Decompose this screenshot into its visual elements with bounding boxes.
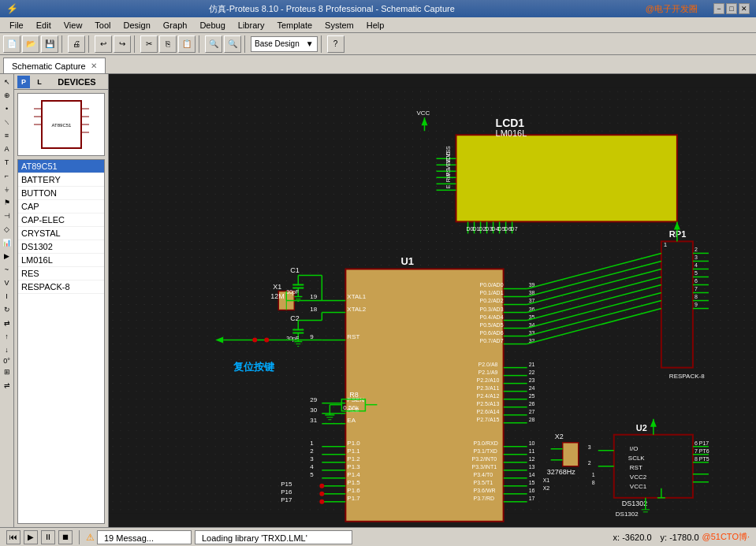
flip-btn[interactable]: ⇌ — [1, 379, 13, 392]
minimize-button[interactable]: − — [713, 3, 724, 14]
warning-icon: ⚠ — [86, 532, 95, 543]
component-item[interactable]: CAP — [18, 200, 104, 214]
component-item[interactable]: BUTTON — [18, 187, 104, 200]
svg-text:14: 14 — [529, 472, 535, 477]
component-item[interactable]: CAP-ELEC — [18, 214, 104, 227]
component-item[interactable]: RES — [18, 267, 104, 280]
toolbar: 📄 📂 💾 🖨 ↩ ↪ ✂ ⎘ 📋 🔍 🔍 Base Design ▼ ? — [0, 33, 756, 55]
component-item[interactable]: LM016L — [18, 254, 104, 267]
svg-text:P2.6/A14: P2.6/A14 — [477, 409, 500, 414]
cut-button[interactable]: ✂ — [140, 35, 158, 53]
text-tool[interactable]: T — [1, 156, 13, 169]
menu-item-system[interactable]: System — [318, 19, 360, 32]
undo-button[interactable]: ↩ — [95, 35, 112, 53]
stop-button[interactable]: ⏹ — [58, 530, 73, 544]
menu-item-graph[interactable]: Graph — [157, 19, 194, 32]
zoom-in-button[interactable]: 🔍 — [205, 35, 222, 53]
svg-text:11: 11 — [529, 448, 535, 454]
menu-item-design[interactable]: Design — [117, 19, 157, 32]
help-button[interactable]: ? — [327, 35, 344, 53]
graph-tool[interactable]: 📊 — [1, 236, 13, 249]
component-item[interactable]: AT89C51 — [18, 160, 104, 173]
svg-point-189 — [264, 338, 269, 343]
component-item[interactable]: DS1302 — [18, 240, 104, 254]
zoom-out-button[interactable]: 🔍 — [224, 35, 241, 53]
canvas-area[interactable]: LCD1 LM016L VSS VDD VEE RS RW E D — [109, 74, 756, 527]
svg-text:P0.7/AD7: P0.7/AD7 — [480, 338, 504, 344]
menu-item-debug[interactable]: Debug — [193, 19, 231, 32]
menu-item-library[interactable]: Library — [232, 19, 271, 32]
new-button[interactable]: 📄 — [3, 35, 20, 53]
svg-text:VCC: VCC — [416, 110, 430, 117]
svg-text:AT89C51: AT89C51 — [51, 123, 72, 128]
port-tool[interactable]: ◇ — [1, 223, 13, 236]
svg-rect-12 — [456, 135, 677, 221]
tab-label: Schematic Capture — [12, 61, 86, 71]
bus-entry-tool[interactable]: ⌐ — [1, 169, 13, 182]
component-list[interactable]: AT89C51BATTERYBUTTONCAPCAP-ELECCRYSTALDS… — [17, 159, 105, 524]
mode-l-button[interactable]: L — [33, 76, 46, 88]
play-button[interactable]: ▶ — [24, 530, 38, 544]
down-tool[interactable]: ↓ — [1, 344, 13, 356]
bus-tool[interactable]: ≡ — [1, 129, 13, 142]
junction-tool[interactable]: • — [1, 102, 13, 115]
paste-button[interactable]: 📋 — [178, 35, 196, 53]
mode-p-button[interactable]: P — [17, 76, 30, 88]
component-tool[interactable]: ⊕ — [1, 89, 13, 102]
play-back-button[interactable]: ⏮ — [6, 530, 20, 544]
angle-btn[interactable]: ⊞ — [1, 366, 13, 378]
menu-item-view[interactable]: View — [58, 19, 89, 32]
tape-tool[interactable]: ▶ — [1, 250, 13, 262]
svg-text:P1.7: P1.7 — [347, 495, 360, 502]
copy-button[interactable]: ⎘ — [159, 35, 177, 53]
menu-item-edit[interactable]: Edit — [30, 19, 58, 32]
svg-text:2: 2 — [310, 448, 314, 455]
design-dropdown[interactable]: Base Design ▼ — [251, 36, 318, 52]
select-tool[interactable]: ↖ — [1, 76, 13, 88]
voltage-probe[interactable]: V — [1, 277, 13, 289]
save-button[interactable]: 💾 — [41, 35, 58, 53]
svg-point-270 — [319, 492, 324, 496]
svg-text:P1.6: P1.6 — [347, 487, 360, 494]
probe-tool[interactable]: ⚑ — [1, 196, 13, 209]
svg-text:31: 31 — [310, 417, 317, 424]
menu-item-help[interactable]: Help — [360, 19, 391, 32]
svg-text:3: 3 — [588, 444, 591, 450]
open-button[interactable]: 📂 — [22, 35, 39, 53]
pause-button[interactable]: ⏸ — [41, 530, 55, 544]
schematic-svg: LCD1 LM016L VSS VDD VEE RS RW E D — [109, 74, 756, 527]
svg-text:P1.2: P1.2 — [347, 455, 360, 462]
svg-text:30: 30 — [310, 407, 317, 414]
generator-tool[interactable]: ~ — [1, 263, 13, 276]
current-probe[interactable]: I — [1, 290, 13, 303]
redo-button[interactable]: ↪ — [114, 35, 131, 53]
menu-item-tool[interactable]: Tool — [88, 19, 117, 32]
svg-text:13: 13 — [529, 464, 535, 470]
print-button[interactable]: 🖨 — [68, 35, 85, 53]
wire-tool[interactable]: ⟍ — [1, 116, 13, 128]
up-tool[interactable]: ↑ — [1, 330, 13, 343]
tab-close-button[interactable]: ✕ — [91, 61, 97, 70]
terminal-tool[interactable]: ⊣ — [1, 210, 13, 222]
close-button[interactable]: ✕ — [739, 3, 750, 14]
menu-item-template[interactable]: Template — [270, 19, 318, 32]
menu-item-file[interactable]: File — [3, 19, 30, 32]
component-item[interactable]: CRYSTAL — [18, 227, 104, 240]
label-tool[interactable]: A — [1, 143, 13, 155]
x-label: x: — [613, 533, 620, 542]
component-item[interactable]: BATTERY — [18, 173, 104, 187]
schematic-tab[interactable]: Schematic Capture ✕ — [3, 58, 106, 73]
component-item[interactable]: RESPACK-8 — [18, 280, 104, 294]
power-tool[interactable]: ⏚ — [1, 183, 13, 195]
svg-text:P17: P17 — [281, 496, 292, 503]
mirror-tool[interactable]: ⇄ — [1, 317, 13, 329]
svg-text:7 PT6: 7 PT6 — [695, 448, 709, 454]
rotate-tool[interactable]: ↻ — [1, 303, 13, 316]
maximize-button[interactable]: □ — [726, 3, 737, 14]
svg-text:7: 7 — [695, 286, 698, 292]
svg-text:P1.3: P1.3 — [347, 463, 360, 470]
svg-text:E: E — [445, 184, 451, 188]
toolbar-sep4 — [199, 35, 202, 53]
svg-text:DS1302: DS1302 — [622, 500, 648, 507]
svg-text:22: 22 — [529, 370, 535, 375]
